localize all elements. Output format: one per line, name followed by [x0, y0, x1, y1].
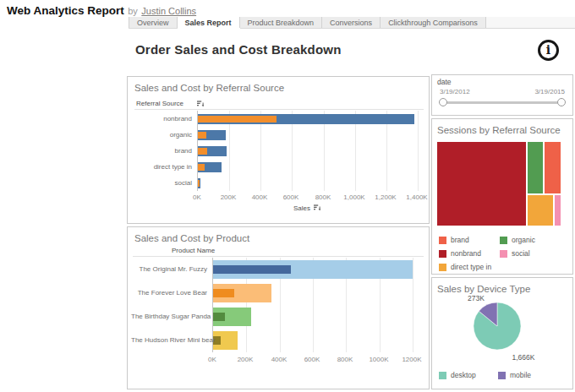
legend-swatch — [439, 237, 446, 244]
tab-sales-report[interactable]: Sales Report — [178, 17, 240, 28]
x-axis-label: Sales — [197, 204, 417, 213]
chart-title: Sales and Cost by Referral Source — [134, 83, 284, 93]
date-start: 3/19/2012 — [440, 88, 470, 95]
axis-tick: 600K — [295, 356, 329, 363]
axis-tick: 400K — [243, 193, 277, 201]
cost-bar-direct-type-in[interactable] — [198, 164, 205, 171]
panel-sessions-by-referral: Sessions by Referral Source brandnonbran… — [431, 118, 573, 275]
dashboard-root: Web Analytics Report by Justin Collins O… — [0, 0, 575, 392]
row-label: The Birthday Sugar Panda — [131, 313, 207, 320]
panel-sales-cost-by-product: Sales and Cost by Product Product Name T… — [127, 226, 430, 389]
cost-bar-the-birthday-sugar-panda[interactable] — [213, 313, 225, 321]
cost-bar-organic[interactable] — [198, 132, 206, 139]
tab-overview[interactable]: Overview — [129, 17, 178, 28]
legend-label: nonbrand — [451, 249, 481, 258]
axis-tick: 1,400K — [400, 193, 434, 201]
legend-item-social[interactable]: social — [500, 247, 535, 260]
legend-label: mobile — [510, 371, 531, 379]
treemap-block-direct-type-in[interactable] — [528, 195, 553, 226]
date-slider-handle-start[interactable] — [439, 98, 447, 106]
row-label: nonbrand — [131, 115, 192, 122]
plot-area — [212, 258, 412, 352]
legend-swatch — [500, 250, 507, 258]
chart-title: Sessions by Referral Source — [437, 125, 561, 135]
legend-swatch — [439, 250, 446, 258]
axis-tick: 600K — [274, 193, 308, 201]
treemap-block-social[interactable] — [555, 195, 561, 226]
filter-label: date — [437, 78, 452, 86]
date-end: 3/19/2015 — [534, 88, 565, 95]
axis-tick: 1,000K — [337, 193, 371, 201]
tab-product-breakdown[interactable]: Product Breakdown — [240, 17, 323, 28]
axis-tick: 0K — [180, 193, 214, 201]
legend-label: organic — [512, 236, 535, 244]
treemap-block-brand[interactable] — [545, 142, 561, 193]
treemap-legend: brandnonbranddirect type inorganicsocial — [439, 233, 535, 274]
axis-tick: 800K — [306, 193, 340, 201]
axis-tick: 200K — [228, 356, 262, 363]
legend-swatch — [498, 372, 506, 379]
date-slider-handle-end[interactable] — [557, 98, 566, 106]
byline: by — [128, 6, 138, 16]
legend-swatch — [439, 372, 446, 379]
cost-bar-the-original-mr-fuzzy[interactable] — [213, 265, 291, 274]
axis-tick: 200K — [211, 193, 245, 201]
report-title: Web Analytics Report — [7, 4, 124, 17]
row-header: Referral Source — [134, 99, 424, 110]
row-label: brand — [131, 147, 192, 155]
chart-title: Sales and Cost by Product — [134, 233, 249, 243]
tab-conversions[interactable]: Conversions — [322, 17, 381, 28]
tab-bar-filler — [486, 17, 575, 28]
legend-item-nonbrand[interactable]: nonbrand — [439, 247, 500, 260]
legend-label: direct type in — [451, 263, 491, 271]
cost-bar-the-forever-love-bear[interactable] — [213, 289, 234, 297]
axis-tick: 1000K — [362, 356, 396, 363]
row-label: The Hudson River Mini bear — [131, 336, 207, 344]
legend-item-desktop[interactable]: desktop — [439, 368, 498, 382]
tab-bar: OverviewSales ReportProduct BreakdownCon… — [129, 17, 575, 29]
panel-sales-cost-by-referral: Sales and Cost by Referral Source Referr… — [127, 76, 430, 224]
treemap — [437, 142, 561, 226]
legend-swatch — [439, 264, 446, 271]
page-title: Order Sales and Cost Breakdown — [135, 42, 342, 57]
legend-item-brand[interactable]: brand — [439, 233, 500, 247]
row-label: organic — [131, 131, 192, 139]
legend-item-mobile[interactable]: mobile — [498, 368, 531, 382]
legend-label: desktop — [451, 371, 476, 379]
axis-tick: 1,200K — [369, 193, 402, 201]
panel-sales-by-device: Sales by Device Type 273K 1,666K desktop… — [431, 277, 573, 389]
row-label: social — [131, 179, 192, 187]
panel-date-filter: date 3/19/2012 3/19/2015 — [431, 74, 573, 116]
axis-tick: 400K — [262, 356, 296, 363]
gridline — [418, 111, 419, 191]
tab-clickthrough-comparisons[interactable]: Clickthrough Comparisons — [381, 17, 486, 28]
report-header: Web Analytics Report by Justin Collins — [7, 3, 196, 18]
info-icon[interactable]: i — [538, 40, 559, 61]
gridline — [413, 258, 413, 352]
treemap-block-nonbrand[interactable] — [437, 142, 526, 226]
pie-legend: desktopmobile — [439, 368, 531, 382]
cost-bar-social[interactable] — [198, 180, 200, 187]
row-label: The Forever Love Bear — [131, 289, 207, 297]
legend-label: social — [512, 249, 530, 258]
cost-bar-brand[interactable] — [198, 148, 207, 155]
date-slider-track[interactable] — [441, 101, 564, 104]
pie-value-mobile: 273K — [460, 294, 492, 302]
legend-label: brand — [451, 236, 469, 244]
author-link[interactable]: Justin Collins — [141, 6, 196, 16]
treemap-block-organic[interactable] — [528, 142, 543, 193]
legend-item-organic[interactable]: organic — [500, 233, 535, 247]
sort-icon[interactable] — [314, 204, 320, 213]
legend-item-direct-type-in[interactable]: direct type in — [439, 260, 500, 274]
axis-tick: 0K — [195, 356, 229, 363]
axis-tick: 800K — [328, 356, 362, 363]
axis-tick: 1200K — [395, 356, 429, 363]
sort-icon[interactable] — [197, 101, 204, 109]
plot-area — [197, 111, 417, 191]
row-label: direct type in — [131, 163, 192, 171]
row-label: The Original Mr. Fuzzy — [131, 265, 207, 273]
pie-value-desktop: 1,666K — [507, 353, 540, 362]
row-header: Product Name — [133, 247, 424, 257]
legend-swatch — [500, 237, 507, 244]
cost-bar-nonbrand[interactable] — [198, 116, 277, 122]
